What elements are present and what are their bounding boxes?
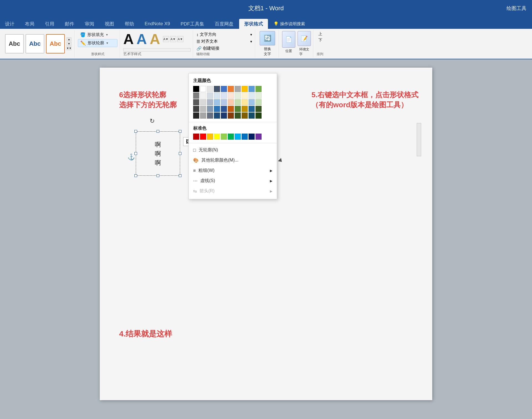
other-colors-item[interactable]: 🎨 其他轮廓颜色(M)... — [189, 155, 277, 165]
textbox-inner[interactable]: 啊 啊 啊 🖼 — [136, 131, 180, 176]
cs8[interactable] — [242, 93, 248, 99]
ce6[interactable] — [228, 106, 234, 112]
arrange-up-btn[interactable]: 上 — [317, 31, 324, 37]
sc8[interactable] — [242, 134, 248, 140]
cf5[interactable] — [221, 113, 227, 119]
handle-br[interactable] — [179, 174, 181, 177]
text-fill-btn[interactable]: A▼ — [163, 36, 169, 42]
cs4[interactable] — [214, 93, 220, 99]
cf6[interactable] — [228, 113, 234, 119]
cf3[interactable] — [207, 113, 213, 119]
position-btn[interactable]: 📄 — [282, 31, 295, 48]
color-gold1[interactable] — [242, 86, 248, 92]
arrows-item[interactable]: ⇆ 箭头(R) ▶ — [189, 186, 277, 196]
shape-fill-btn[interactable]: 🪣 形状填充 ▼ — [78, 31, 117, 39]
handle-tm[interactable] — [157, 130, 159, 133]
cf1[interactable] — [193, 113, 199, 119]
sc10[interactable] — [255, 134, 262, 140]
wrap-btn[interactable]: 📝 — [298, 31, 311, 46]
ce1[interactable] — [193, 106, 199, 112]
cd2[interactable] — [200, 99, 206, 105]
ce8[interactable] — [242, 106, 248, 112]
tab-baidu[interactable]: 百度网盘 — [210, 19, 239, 29]
scroll-up[interactable]: ▲ — [66, 37, 71, 41]
ce9[interactable] — [249, 106, 255, 112]
art-a-blue[interactable]: A — [137, 32, 147, 46]
scroll-down[interactable]: ▼ — [66, 42, 71, 46]
weight-item[interactable]: ≡ 粗细(W) ▶ — [189, 165, 277, 176]
scroll-indicator[interactable] — [417, 123, 421, 156]
ce4[interactable] — [214, 106, 220, 112]
sc6[interactable] — [228, 134, 234, 140]
cf9[interactable] — [249, 113, 255, 119]
art-a-gold[interactable]: A — [150, 32, 160, 46]
ce7[interactable] — [235, 106, 241, 112]
cd6[interactable] — [228, 99, 234, 105]
cf8[interactable] — [242, 113, 248, 119]
handle-ml[interactable] — [134, 152, 137, 155]
art-a-black[interactable]: A — [123, 32, 134, 46]
sc1[interactable] — [193, 134, 199, 140]
tab-help[interactable]: 帮助 — [120, 19, 139, 29]
scroll-expand[interactable]: ▼▼ — [66, 46, 71, 50]
cd3[interactable] — [207, 99, 213, 105]
tab-pdf[interactable]: PDF工具集 — [176, 19, 209, 29]
tab-view[interactable]: 视图 — [100, 19, 119, 29]
sc4[interactable] — [214, 134, 220, 140]
color-white[interactable] — [200, 86, 206, 92]
color-orange1[interactable] — [228, 86, 234, 92]
shape-preview-3[interactable]: Abc — [46, 34, 65, 53]
ce10[interactable] — [255, 106, 262, 112]
cs9[interactable] — [249, 93, 255, 99]
cs3[interactable] — [207, 93, 213, 99]
cs2[interactable] — [200, 93, 206, 99]
cd5[interactable] — [221, 99, 227, 105]
sc5[interactable] — [221, 134, 227, 140]
cf4[interactable] — [214, 113, 220, 119]
text-outline-btn[interactable]: A▼ — [170, 36, 176, 42]
shape-preview-2[interactable]: Abc — [25, 34, 44, 53]
cf7[interactable] — [235, 113, 241, 119]
cd1[interactable] — [193, 99, 199, 105]
tab-search[interactable]: 💡 操作说明搜索 — [268, 19, 310, 29]
replace-text-btn[interactable]: 🔄 — [260, 31, 275, 45]
sc3[interactable] — [207, 134, 213, 140]
cs7[interactable] — [235, 93, 241, 99]
handle-bm[interactable] — [157, 174, 159, 177]
cs6[interactable] — [228, 93, 234, 99]
cd9[interactable] — [249, 99, 255, 105]
handle-bl[interactable] — [134, 174, 137, 177]
cs1[interactable] — [193, 93, 199, 99]
handle-tl[interactable] — [134, 130, 137, 133]
tab-layout[interactable]: 布局 — [20, 19, 39, 29]
color-darkblue1[interactable] — [214, 86, 220, 92]
arrange-down-btn[interactable]: 下 — [317, 37, 324, 43]
color-lightblue1[interactable] — [249, 86, 255, 92]
cd8[interactable] — [242, 99, 248, 105]
tab-shape-format[interactable]: 形状格式 — [239, 19, 268, 29]
cd4[interactable] — [214, 99, 220, 105]
color-lightgray[interactable] — [207, 86, 213, 92]
sc7[interactable] — [235, 134, 241, 140]
cd10[interactable] — [255, 99, 262, 105]
handle-tr[interactable] — [179, 130, 181, 133]
ce3[interactable] — [207, 106, 213, 112]
handle-mr[interactable] — [179, 152, 181, 155]
color-gray1[interactable] — [235, 86, 241, 92]
shape-outline-btn[interactable]: ✏️ 形状轮廓 ▼ — [78, 39, 117, 47]
color-green1[interactable] — [255, 86, 262, 92]
tab-endnote[interactable]: EndNote X9 — [140, 19, 175, 29]
dashes-item[interactable]: ⋯ 虚线(S) ▶ — [189, 176, 277, 186]
shape-preview-1[interactable]: Abc — [5, 34, 24, 53]
no-outline-item[interactable]: □ 无轮廓(N) — [189, 145, 277, 155]
text-effect-btn[interactable]: A▼ — [177, 36, 183, 42]
text-direction-btn[interactable]: ↕ 文字方向 ▼ — [196, 31, 253, 38]
create-link-btn[interactable]: 🔗 创建链接 — [196, 45, 253, 52]
ce2[interactable] — [200, 106, 206, 112]
cs5[interactable] — [221, 93, 227, 99]
tab-design[interactable]: 设计 — [0, 19, 19, 29]
cf2[interactable] — [200, 113, 206, 119]
tab-reference[interactable]: 引用 — [40, 19, 59, 29]
tab-review[interactable]: 审阅 — [80, 19, 99, 29]
color-blue1[interactable] — [221, 86, 227, 92]
